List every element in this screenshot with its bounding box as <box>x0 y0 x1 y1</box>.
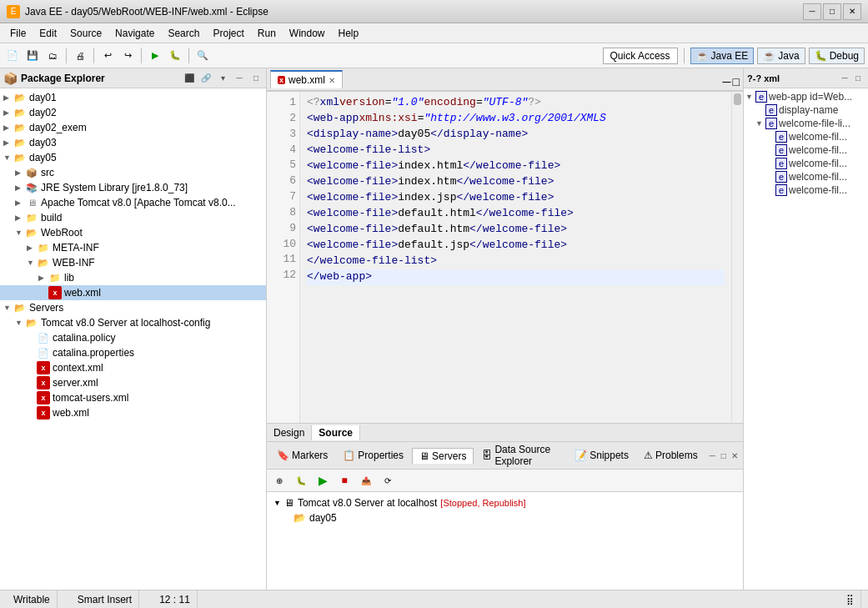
outline-minimize-button[interactable]: ─ <box>838 72 851 85</box>
code-content[interactable]: <?xml version="1.0" encoding="UTF-8"?> <… <box>300 92 731 423</box>
debug-button[interactable]: 🐛 <box>166 47 184 65</box>
tree-item-catalina-policy[interactable]: ▶ 📄 catalina.policy <box>0 330 266 345</box>
collapse-arrow[interactable]: ▼ <box>15 319 25 327</box>
minimize-panel-button[interactable]: ─ <box>233 72 246 85</box>
xml-outline-tree[interactable]: ▼ e web-app id=Web... ▶ e display-name ▼… <box>744 88 868 608</box>
print-button[interactable]: 🖨 <box>71 47 89 65</box>
tree-item-tomcat-lib[interactable]: ▶ 🖥 Apache Tomcat v8.0 [Apache Tomcat v8… <box>0 195 266 210</box>
bottom-panel-close[interactable]: ✕ <box>730 449 740 462</box>
new-server-button[interactable]: ⊕ <box>270 471 288 490</box>
editor-scrollbar[interactable] <box>731 92 743 423</box>
package-explorer-tree[interactable]: ▶ 📂 day01 ▶ 📂 day02 ▶ 📂 day02_exem <box>0 88 266 608</box>
editor-minimize-button[interactable]: ─ <box>723 75 731 88</box>
tab-design[interactable]: Design <box>267 425 312 440</box>
undo-button[interactable]: ↩ <box>98 47 117 65</box>
tree-item-catalina-properties[interactable]: ▶ 📄 catalina.properties <box>0 345 266 360</box>
bottom-panel-minimize[interactable]: ─ <box>708 449 717 462</box>
tab-properties[interactable]: 📋 Properties <box>336 448 410 463</box>
menu-search[interactable]: Search <box>161 23 206 43</box>
collapse-arrow[interactable]: ▶ <box>27 244 37 252</box>
collapse-arrow[interactable]: ▶ <box>3 138 13 147</box>
tab-snippets[interactable]: 📝 Snippets <box>568 448 635 463</box>
collapse-arrow[interactable]: ▶ <box>15 214 25 222</box>
menu-project[interactable]: Project <box>206 23 250 43</box>
server-stop-button[interactable]: ■ <box>335 471 354 490</box>
outline-welcomefilelist[interactable]: ▼ e welcome-file-li... <box>745 117 866 130</box>
collapse-arrow[interactable]: ▶ <box>15 168 25 177</box>
collapse-arrow[interactable]: ▶ <box>15 198 25 207</box>
menu-file[interactable]: File <box>3 23 33 43</box>
collapse-arrow[interactable]: ▼ <box>3 304 13 312</box>
collapse-arrow[interactable]: ▼ <box>3 153 13 162</box>
server-run-button[interactable]: ▶ <box>314 471 332 490</box>
tab-source[interactable]: Source <box>312 425 360 440</box>
tree-item-day03[interactable]: ▶ 📂 day03 <box>0 135 266 150</box>
search-button[interactable]: 🔍 <box>193 47 212 65</box>
tree-item-day02exem[interactable]: ▶ 📂 day02_exem <box>0 120 266 135</box>
perspective-javaee[interactable]: ☕ Java EE <box>690 48 755 64</box>
server-debug-button[interactable]: 🐛 <box>292 471 310 490</box>
save-all-button[interactable]: 🗂 <box>43 47 62 65</box>
minimize-button[interactable]: ─ <box>803 3 821 20</box>
window-controls[interactable]: ─ □ ✕ <box>803 3 861 20</box>
close-button[interactable]: ✕ <box>843 3 861 20</box>
outline-welcomefile-2[interactable]: ▶ e welcome-fil... <box>745 143 866 157</box>
server-refresh-button[interactable]: ⟳ <box>379 471 397 490</box>
run-button[interactable]: ▶ <box>146 47 164 65</box>
view-menu-button[interactable]: ▾ <box>216 72 229 85</box>
outline-displayname[interactable]: ▶ e display-name <box>745 103 866 117</box>
tab-servers[interactable]: 🖥 Servers <box>412 448 474 464</box>
bottom-panel-maximize[interactable]: □ <box>719 449 728 462</box>
menu-run[interactable]: Run <box>251 23 283 43</box>
scrollbar-thumb[interactable] <box>734 93 741 105</box>
save-button[interactable]: 💾 <box>23 47 42 65</box>
outline-welcomefile-1[interactable]: ▶ e welcome-fil... <box>745 130 866 143</box>
tree-item-webroot[interactable]: ▼ 📂 WebRoot <box>0 225 266 240</box>
tree-item-build[interactable]: ▶ 📁 build <box>0 210 266 225</box>
redo-button[interactable]: ↪ <box>118 47 137 65</box>
menu-edit[interactable]: Edit <box>33 23 63 43</box>
link-editor-button[interactable]: 🔗 <box>199 72 213 85</box>
collapse-arrow[interactable]: ▶ <box>3 108 13 117</box>
collapse-all-button[interactable]: ⬛ <box>183 72 196 85</box>
tree-item-day02[interactable]: ▶ 📂 day02 <box>0 105 266 120</box>
code-editor[interactable]: 1 2 3 4 5 6 7 8 9 10 11 12 <?xml version… <box>267 92 743 423</box>
maximize-panel-button[interactable]: □ <box>249 72 263 85</box>
server-publish-button[interactable]: 📤 <box>357 471 375 490</box>
tree-item-day05[interactable]: ▼ 📂 day05 <box>0 150 266 165</box>
collapse-arrow[interactable]: ▶ <box>3 123 13 132</box>
tree-item-jre[interactable]: ▶ 📚 JRE System Library [jre1.8.0_73] <box>0 180 266 195</box>
menu-navigate[interactable]: Navigate <box>108 23 161 43</box>
quick-access-button[interactable]: Quick Access <box>603 48 678 64</box>
editor-maximize-button[interactable]: □ <box>733 75 740 88</box>
menu-source[interactable]: Source <box>63 23 108 43</box>
tree-item-metainf[interactable]: ▶ 📁 META-INF <box>0 240 266 255</box>
outline-maximize-button[interactable]: □ <box>851 72 865 85</box>
server-child-day05[interactable]: 📂 day05 <box>270 510 740 525</box>
tree-item-webinf[interactable]: ▼ 📂 WEB-INF <box>0 255 266 270</box>
tree-item-server-xml[interactable]: ▶ x server.xml <box>0 375 266 390</box>
tab-problems[interactable]: ⚠ Problems <box>637 448 705 463</box>
outline-welcomefile-4[interactable]: ▶ e welcome-fil... <box>745 170 866 183</box>
collapse-arrow[interactable]: ▶ <box>3 93 13 102</box>
editor-tab-webxml[interactable]: x web.xml ✕ <box>270 70 343 88</box>
server-expand-arrow[interactable]: ▼ <box>273 499 281 507</box>
collapse-arrow[interactable]: ▼ <box>27 259 37 267</box>
server-item-tomcat[interactable]: ▼ 🖥 Tomcat v8.0 Server at localhost [Sto… <box>270 495 740 510</box>
new-button[interactable]: 📄 <box>3 47 22 65</box>
perspective-debug[interactable]: 🐛 Debug <box>809 48 865 64</box>
perspective-java[interactable]: ☕ Java <box>757 48 805 64</box>
menu-window[interactable]: Window <box>283 23 332 43</box>
collapse-arrow[interactable]: ▶ <box>38 274 48 282</box>
tree-item-tomcat-config[interactable]: ▼ 📂 Tomcat v8.0 Server at localhost-conf… <box>0 315 266 330</box>
tree-item-servers-project[interactable]: ▼ 📂 Servers <box>0 300 266 315</box>
outline-welcomefile-5[interactable]: ▶ e welcome-fil... <box>745 183 866 197</box>
maximize-button[interactable]: □ <box>823 3 841 20</box>
tree-item-context-xml[interactable]: ▶ x context.xml <box>0 360 266 375</box>
tree-item-src[interactable]: ▶ 📦 src <box>0 165 266 180</box>
tree-item-day01[interactable]: ▶ 📂 day01 <box>0 90 266 105</box>
tab-markers[interactable]: 🔖 Markers <box>270 448 334 463</box>
collapse-arrow[interactable]: ▶ <box>15 183 25 192</box>
collapse-arrow[interactable]: ▼ <box>15 229 25 237</box>
menu-help[interactable]: Help <box>332 23 366 43</box>
